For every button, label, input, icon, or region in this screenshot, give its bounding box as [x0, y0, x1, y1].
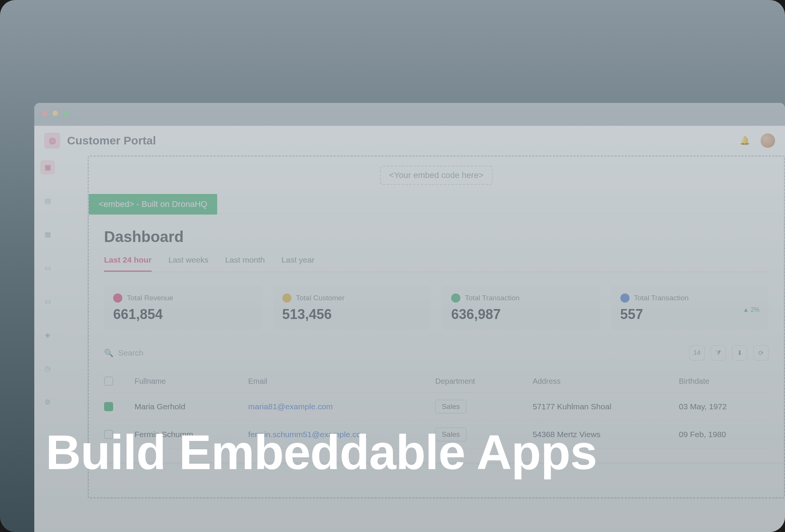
promo-card: ◍ Customer Portal 🔔 ▦ ▤ ▦ ▭ ▭ ◈ ◷ ⚙ <You… — [0, 0, 785, 532]
sidebar-item-doc[interactable]: ▭ — [40, 261, 55, 275]
promo-heading: Build Embeddable Apps — [46, 426, 597, 479]
sidebar-item-shield[interactable]: ◈ — [40, 328, 55, 342]
tab-last-year[interactable]: Last year — [282, 255, 314, 272]
dot-icon — [451, 293, 460, 303]
bell-icon[interactable]: 🔔 — [740, 136, 750, 146]
stat-label: Total Customer — [296, 294, 345, 302]
table-toolbar: 🔍 Search 14 ⧩ ⬇ ⟳ — [104, 345, 769, 361]
dot-icon — [113, 293, 122, 303]
stat-value: 636,987 — [451, 306, 591, 322]
embed-badge: <embed> - Built on DronaHQ — [89, 194, 217, 215]
sidebar-item-clock[interactable]: ◷ — [40, 361, 55, 376]
count-badge[interactable]: 14 — [689, 345, 705, 361]
col-email[interactable]: Email — [248, 377, 428, 386]
sidebar-item-chart[interactable]: ▤ — [40, 194, 55, 208]
stat-card-customer: Total Customer 513,456 — [273, 286, 431, 330]
stat-value: 661,854 — [113, 306, 253, 322]
dot-icon — [620, 293, 630, 303]
dept-chip: Sales — [435, 400, 466, 413]
search-placeholder: Search — [118, 348, 144, 357]
table-header: Fullname Email Department Address Birthd… — [104, 370, 769, 393]
filter-button[interactable]: ⧩ — [711, 345, 726, 361]
sidebar-item-briefcase[interactable]: ▭ — [40, 294, 55, 309]
col-address[interactable]: Address — [533, 377, 671, 386]
app-header: ◍ Customer Portal 🔔 — [34, 126, 785, 155]
stat-label: Total Transaction — [465, 294, 520, 302]
dashboard-title: Dashboard — [104, 228, 769, 245]
tab-last-weeks[interactable]: Last weeks — [168, 255, 208, 272]
table-row[interactable]: Maria Gerhold maria81@example.com Sales … — [104, 393, 769, 421]
stat-label: Total Transaction — [634, 294, 689, 302]
col-fullname[interactable]: Fullname — [135, 377, 240, 386]
time-range-tabs: Last 24 hour Last weeks Last month Last … — [104, 255, 769, 272]
tab-last-month[interactable]: Last month — [225, 255, 265, 272]
embed-hint: <Your embed code here> — [380, 166, 493, 185]
tab-last-24-hour[interactable]: Last 24 hour — [104, 255, 152, 272]
cell-address: 57177 Kuhlman Shoal — [533, 402, 671, 411]
refresh-button[interactable]: ⟳ — [753, 345, 769, 361]
app-title: Customer Portal — [67, 134, 156, 147]
col-birthdate[interactable]: Birthdate — [679, 377, 769, 386]
cell-email[interactable]: maria81@example.com — [248, 402, 428, 411]
cell-birthdate: 03 May, 1972 — [679, 402, 769, 411]
search-icon: 🔍 — [104, 348, 114, 357]
app-logo-icon: ◍ — [44, 133, 60, 149]
stat-change: ▲ 2% — [743, 306, 759, 313]
sidebar-item-gear[interactable]: ⚙ — [40, 395, 55, 409]
search-input[interactable]: 🔍 Search — [104, 348, 683, 357]
stat-card-revenue: Total Revenue 661,854 — [104, 286, 262, 330]
stat-card-transaction-2: Total Transaction 557 ▲ 2% — [611, 286, 769, 330]
stat-card-transaction-1: Total Transaction 636,987 — [442, 286, 600, 330]
sidebar-item-dashboard[interactable]: ▦ — [40, 160, 55, 175]
stats-row: Total Revenue 661,854 Total Customer 513… — [104, 286, 769, 330]
cell-name: Maria Gerhold — [135, 402, 240, 411]
cell-birthdate: 09 Feb, 1980 — [679, 430, 769, 439]
row-checkbox[interactable] — [104, 402, 113, 411]
stat-value: 513,456 — [282, 306, 422, 322]
dot-icon — [282, 293, 292, 303]
sidebar-item-grid[interactable]: ▦ — [40, 227, 55, 242]
select-all-checkbox[interactable] — [104, 377, 113, 386]
stat-label: Total Revenue — [127, 294, 173, 302]
col-department[interactable]: Department — [435, 377, 525, 386]
download-button[interactable]: ⬇ — [732, 345, 747, 361]
user-avatar[interactable] — [761, 133, 775, 148]
stat-value: 557 — [620, 306, 643, 322]
